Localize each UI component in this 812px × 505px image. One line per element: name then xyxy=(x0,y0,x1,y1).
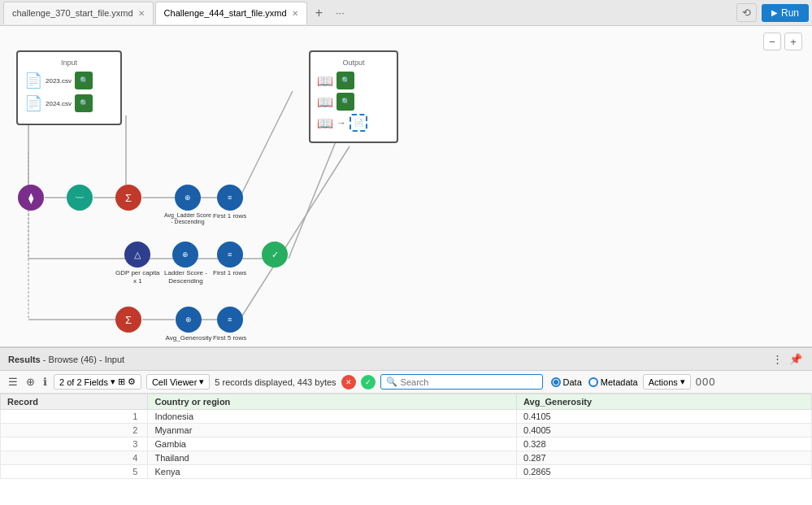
panel-options-button[interactable]: ⋮ xyxy=(771,351,784,367)
output-box: Output 📖 🔍 📖 🔍 📖 → 📄 xyxy=(309,50,398,143)
data-radio[interactable]: Data xyxy=(551,377,582,387)
sample-icon-2: ≡ xyxy=(217,242,243,268)
tab-challenge-444[interactable]: Challenge_444_start_file.yxmd ✕ xyxy=(155,2,307,24)
workflow-canvas: Input 📄 2023.csv 🔍 📄 2024.csv 🔍 Output 📖… xyxy=(0,26,812,347)
filter-icon: 〰 xyxy=(67,185,93,211)
run-button[interactable]: ▶ Run xyxy=(762,4,809,22)
sort-icon-3: ⊕ xyxy=(176,307,202,333)
cell-record: 4 xyxy=(1,451,148,465)
zoom-out-button[interactable]: − xyxy=(763,33,781,50)
actions-label: Actions xyxy=(649,377,678,387)
ooo-button[interactable]: 000 xyxy=(696,376,716,388)
source-label: Input xyxy=(105,355,124,364)
sort-label-3: Avg_Generosity -Descending xyxy=(164,334,213,347)
sample-label-2: First 1 rows xyxy=(213,269,246,277)
output-dashed-icon: 📄 xyxy=(354,119,363,127)
csv-icon-1: 📄 xyxy=(24,72,42,89)
node-sort-1[interactable]: ⊕ Avg_Ladder Score- Descending xyxy=(164,185,211,226)
play-icon: ▶ xyxy=(771,8,778,17)
cell-avg: 0.4005 xyxy=(517,424,812,438)
table-row: 1 Indonesia 0.4105 xyxy=(1,410,812,424)
history-button[interactable]: ⟲ xyxy=(736,3,757,22)
output-dashed-box[interactable]: 📄 xyxy=(350,114,367,132)
cell-record: 5 xyxy=(1,465,148,479)
col-header-record: Record xyxy=(1,394,148,410)
fields-selector[interactable]: 2 of 2 Fields ▾ ⊞ ⚙ xyxy=(54,374,141,390)
info-icon-button[interactable]: ℹ xyxy=(41,374,49,390)
node-check[interactable]: ✓ xyxy=(262,242,288,268)
fields-dropdown-icon: ▾ xyxy=(111,377,115,387)
sort-icon-1: ⊕ xyxy=(175,185,201,211)
cell-record: 1 xyxy=(1,410,148,424)
sample-icon-3: ≡ xyxy=(217,307,243,333)
clear-button[interactable]: ✕ xyxy=(341,375,356,390)
browse-icon-2[interactable]: 🔍 xyxy=(75,94,93,112)
metadata-radio[interactable]: Metadata xyxy=(588,377,638,387)
search-box[interactable]: 🔍 xyxy=(380,374,543,390)
node-sort-3[interactable]: ⊕ Avg_Generosity -Descending xyxy=(164,307,213,347)
tab-label: Challenge_444_start_file.yxmd xyxy=(164,8,287,18)
output-browse-1[interactable]: 🔍 xyxy=(337,72,354,89)
confirm-button[interactable]: ✓ xyxy=(361,375,376,390)
results-toolbar: ☰ ⊕ ℹ 2 of 2 Fields ▾ ⊞ ⚙ Cell Viewer ▾ … xyxy=(0,371,812,394)
summarize-icon-3: Σ xyxy=(115,307,141,333)
node-sample-3[interactable]: ≡ First 5 rows xyxy=(213,307,246,342)
sample-label-1: First 1 rows xyxy=(213,212,246,220)
tab-challenge-370[interactable]: challenge_370_start_file.yxmd ✕ xyxy=(3,2,154,24)
cell-country: Thailand xyxy=(148,451,517,465)
fields-config-icon: ⚙ xyxy=(128,377,136,387)
records-info: 5 records displayed, 443 bytes xyxy=(215,377,336,387)
list-icon-button[interactable]: ☰ xyxy=(7,374,20,390)
node-sample-2[interactable]: ≡ First 1 rows xyxy=(213,242,246,277)
node-filter[interactable]: 〰 xyxy=(67,185,93,211)
union-icon: ⧫ xyxy=(18,185,44,211)
cell-avg: 0.2865 xyxy=(517,465,812,479)
node-union[interactable]: ⧫ xyxy=(18,185,44,211)
output-book-1: 📖 xyxy=(317,73,333,89)
metadata-radio-circle xyxy=(588,377,598,387)
tab-close-444[interactable]: ✕ xyxy=(292,9,298,18)
output-book-2: 📖 xyxy=(317,94,333,110)
browse-count: - Browse (46) - xyxy=(43,355,105,364)
cell-country: Myanmar xyxy=(148,424,517,438)
panel-pin-button[interactable]: 📌 xyxy=(788,351,804,367)
results-title: Results - Browse (46) - Input xyxy=(8,355,124,364)
canvas-controls: − + xyxy=(763,33,802,50)
data-radio-circle xyxy=(551,377,561,387)
input-box-title: Input xyxy=(24,59,114,67)
node-sort-2[interactable]: ⊕ Ladder Score -Descending xyxy=(164,242,207,285)
table-row: 4 Thailand 0.287 xyxy=(1,451,812,465)
data-label: Data xyxy=(563,377,582,387)
node-sample-1[interactable]: ≡ First 1 rows xyxy=(213,185,246,220)
tab-bar-right: ⟲ ▶ Run xyxy=(736,3,809,22)
node-summarize-3[interactable]: Σ xyxy=(115,307,141,333)
sort-icon-2: ⊕ xyxy=(172,242,198,268)
sample-label-3: First 5 rows xyxy=(213,334,246,342)
search-input[interactable] xyxy=(401,377,537,387)
output-row-1[interactable]: 📖 🔍 xyxy=(317,72,390,89)
file-node-2[interactable]: 📄 2024.csv 🔍 xyxy=(24,94,114,112)
cell-country: Indonesia xyxy=(148,410,517,424)
file-label-1: 2023.csv xyxy=(46,77,72,85)
sort-label-2: Ladder Score -Descending xyxy=(164,269,207,285)
graph-icon-button[interactable]: ⊕ xyxy=(24,374,37,390)
sort-label-1: Avg_Ladder Score- Descending xyxy=(164,212,211,226)
file-node-1[interactable]: 📄 2023.csv 🔍 xyxy=(24,72,114,89)
output-row-2[interactable]: 📖 🔍 xyxy=(317,93,390,111)
output-browse-2[interactable]: 🔍 xyxy=(337,93,354,111)
more-tabs-button[interactable]: ··· xyxy=(329,7,351,19)
node-summarize-1[interactable]: Σ xyxy=(115,185,141,211)
viewer-dropdown-icon: ▾ xyxy=(199,377,204,387)
tab-close-370[interactable]: ✕ xyxy=(138,9,145,18)
output-row-3[interactable]: 📖 → 📄 xyxy=(317,114,390,132)
browse-icon-1[interactable]: 🔍 xyxy=(75,72,93,89)
view-toggle: Data Metadata xyxy=(551,377,638,387)
cell-viewer-selector[interactable]: Cell Viewer ▾ xyxy=(146,374,210,390)
tab-label: challenge_370_start_file.yxmd xyxy=(12,8,133,18)
zoom-in-button[interactable]: + xyxy=(784,33,802,50)
node-formula[interactable]: △ GDP per capitax 1 xyxy=(115,242,160,285)
results-panel: Results - Browse (46) - Input ⋮ 📌 ☰ ⊕ ℹ … xyxy=(0,347,812,505)
add-tab-button[interactable]: + xyxy=(309,2,329,24)
metadata-label: Metadata xyxy=(601,377,638,387)
actions-button[interactable]: Actions ▾ xyxy=(643,374,691,390)
